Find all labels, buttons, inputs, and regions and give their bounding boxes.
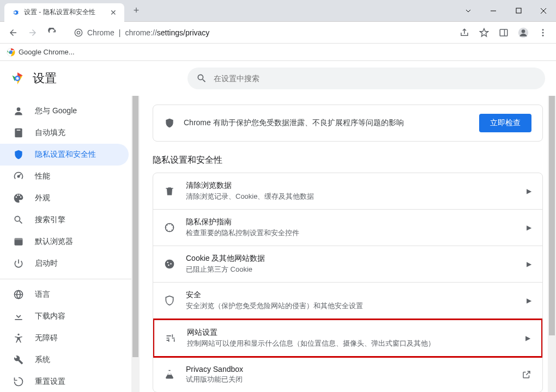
tab-title: 设置 - 隐私设置和安全性 (24, 8, 105, 17)
speedometer-icon (13, 171, 24, 182)
sidebar-item-downloads[interactable]: 下载内容 (0, 305, 129, 327)
sidebar-item-on-startup[interactable]: 启动时 (0, 253, 129, 274)
globe-icon (13, 289, 24, 300)
svg-point-7 (522, 29, 525, 33)
bookmark-item[interactable]: Google Chrome... (7, 48, 75, 57)
address-bar[interactable]: Chrome | chrome://settings/privacy (68, 24, 449, 41)
sidebar-item-languages[interactable]: 语言 (0, 284, 129, 305)
star-icon[interactable] (475, 24, 493, 41)
sidebar-item-search-engine[interactable]: 搜索引擎 (0, 209, 129, 231)
page-title: 设置 (33, 70, 57, 87)
check-now-button[interactable]: 立即检查 (479, 114, 531, 132)
sidebar-item-label: 系统 (35, 355, 50, 365)
chevron-right-icon: ▶ (525, 334, 530, 342)
row-privacy-sandbox[interactable]: Privacy Sandbox 试用版功能已关闭 (153, 357, 542, 392)
sidebar-item-reset[interactable]: 重置设置 (0, 371, 129, 392)
minimize-button[interactable] (481, 0, 506, 22)
side-panel-icon[interactable] (495, 24, 512, 41)
chevron-right-icon: ▶ (527, 297, 531, 304)
gear-icon (11, 8, 20, 17)
row-title: Privacy Sandbox (186, 365, 511, 373)
menu-icon[interactable] (534, 24, 552, 41)
svg-point-18 (16, 77, 19, 80)
row-subtitle: 检查重要的隐私控制设置和安全控件 (186, 228, 516, 238)
back-button[interactable] (4, 24, 22, 41)
url-separator: | (119, 28, 121, 37)
forward-button[interactable] (24, 24, 41, 41)
power-icon (13, 258, 24, 269)
reload-button[interactable] (44, 24, 61, 41)
sidebar-item-default-browser[interactable]: 默认浏览器 (0, 231, 129, 253)
row-clear-browsing-data[interactable]: 清除浏览数据 清除浏览记录、Cookie、缓存及其他数据 ▶ (153, 173, 542, 210)
new-tab-button[interactable]: + (129, 3, 144, 19)
row-subtitle: 已阻止第三方 Cookie (186, 265, 516, 274)
sidebar-item-label: 语言 (35, 290, 50, 299)
sidebar-scrollbar[interactable] (131, 96, 140, 392)
row-title: Cookie 及其他网站数据 (186, 254, 516, 264)
row-cookies[interactable]: Cookie 及其他网站数据 已阻止第三方 Cookie ▶ (153, 246, 542, 283)
sidebar-item-label: 重置设置 (35, 377, 65, 387)
svg-rect-4 (500, 29, 507, 36)
chrome-icon (7, 48, 15, 57)
row-security[interactable]: 安全 安全浏览（保护您免受危险网站的侵害）和其他安全设置 ▶ (153, 283, 542, 319)
row-privacy-guide[interactable]: 隐私保护指南 检查重要的隐私控制设置和安全控件 ▶ (153, 210, 542, 246)
cookie-icon (164, 259, 175, 270)
clipboard-icon (13, 127, 24, 138)
svg-point-8 (542, 29, 544, 30)
settings-search[interactable] (188, 68, 545, 89)
content-scrollbar[interactable] (548, 96, 556, 392)
settings-header: 设置 (0, 61, 556, 96)
flask-icon (164, 369, 175, 380)
close-window-button[interactable] (531, 0, 556, 22)
sidebar-item-system[interactable]: 系统 (0, 349, 129, 371)
profile-icon[interactable] (515, 24, 532, 41)
browser-tab[interactable]: 设置 - 隐私设置和安全性 ✕ (4, 3, 124, 22)
chevron-right-icon: ▶ (527, 260, 531, 268)
sidebar-item-performance[interactable]: 性能 (0, 166, 129, 187)
url-path: settings/privacy (157, 28, 209, 37)
close-icon[interactable]: ✕ (109, 8, 118, 17)
sidebar-item-label: 性能 (35, 171, 50, 181)
sidebar-item-privacy[interactable]: 隐私设置和安全性 (0, 144, 129, 166)
person-icon (13, 106, 24, 117)
sidebar-item-label: 您与 Google (35, 106, 77, 116)
svg-point-10 (542, 34, 544, 36)
share-icon[interactable] (456, 24, 473, 41)
chevron-down-icon[interactable] (456, 0, 481, 22)
palette-icon (13, 193, 24, 204)
row-subtitle: 安全浏览（保护您免受危险网站的侵害）和其他安全设置 (186, 301, 516, 311)
chevron-right-icon: ▶ (527, 187, 531, 195)
bookmarks-bar: Google Chrome... (0, 44, 556, 61)
chevron-right-icon: ▶ (527, 224, 531, 231)
trash-icon (164, 186, 175, 197)
reset-icon (13, 376, 24, 387)
window-controls (456, 0, 556, 22)
row-title: 网站设置 (187, 328, 515, 338)
sidebar-item-you-and-google[interactable]: 您与 Google (0, 100, 129, 122)
row-site-settings[interactable]: 网站设置 控制网站可以使用和显示什么信息（如位置信息、摄像头、弹出式窗口及其他）… (153, 318, 543, 358)
maximize-button[interactable] (506, 0, 531, 22)
settings-content: Chrome 有助于保护您免受数据泄露、不良扩展程序等问题的影响 立即检查 隐私… (140, 96, 556, 392)
sidebar-item-label: 下载内容 (35, 311, 65, 321)
sidebar-item-appearance[interactable]: 外观 (0, 187, 129, 209)
settings-sidebar: 您与 Google 自动填充 隐私设置和安全性 性能 外观 搜索引擎 默认浏览器 (0, 96, 140, 392)
svg-point-25 (166, 224, 174, 232)
sidebar-item-accessibility[interactable]: 无障碍 (0, 327, 129, 349)
row-text: 清除浏览数据 清除浏览记录、Cookie、缓存及其他数据 (186, 181, 516, 201)
url-prefix: Chrome (87, 28, 114, 37)
download-icon (13, 311, 24, 322)
svg-point-20 (17, 175, 19, 177)
safety-check-banner: Chrome 有助于保护您免受数据泄露、不良扩展程序等问题的影响 立即检查 (153, 105, 543, 142)
search-input[interactable] (214, 74, 536, 83)
svg-point-2 (75, 29, 82, 36)
search-icon (13, 215, 24, 225)
sidebar-item-autofill[interactable]: 自动填充 (0, 122, 129, 144)
row-subtitle: 控制网站可以使用和显示什么信息（如位置信息、摄像头、弹出式窗口及其他） (187, 339, 515, 348)
main-layout: 您与 Google 自动填充 隐私设置和安全性 性能 外观 搜索引擎 默认浏览器 (0, 96, 556, 392)
external-link-icon (522, 370, 531, 379)
row-title: 清除浏览数据 (186, 181, 516, 191)
row-subtitle: 清除浏览记录、Cookie、缓存及其他数据 (186, 192, 516, 201)
sidebar-item-label: 隐私设置和安全性 (35, 150, 96, 160)
wrench-icon (13, 354, 24, 365)
browser-toolbar: Chrome | chrome://settings/privacy (0, 22, 556, 44)
